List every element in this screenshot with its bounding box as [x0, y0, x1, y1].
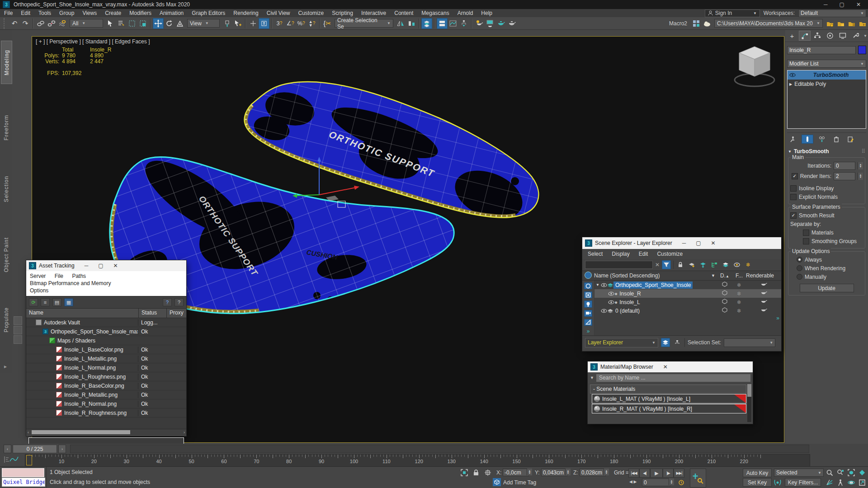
materials-checkbox[interactable]	[803, 230, 809, 236]
filter-cameras-icon[interactable]	[584, 310, 592, 317]
select-object-icon[interactable]	[105, 18, 116, 29]
when-rendering-radio[interactable]	[797, 265, 802, 271]
rectangular-selection-region-icon[interactable]	[127, 18, 137, 29]
unlink-selection-icon[interactable]	[46, 18, 57, 29]
select-and-manipulate-icon[interactable]	[259, 18, 269, 29]
bind-to-space-warp-icon[interactable]	[57, 18, 68, 29]
asset-row[interactable]: Insole_L_BaseColor.pngOk	[26, 345, 186, 354]
add-layer-icon[interactable]	[687, 260, 696, 269]
list-view-icon[interactable]: ≡	[41, 298, 50, 306]
set-key-filters-icon[interactable]	[773, 478, 783, 487]
x-coordinate-field[interactable]: -0,0cm	[503, 469, 529, 476]
add-key-button[interactable]	[690, 469, 706, 488]
minimize-button[interactable]: ─	[824, 1, 828, 8]
asset-row[interactable]: Insole_R_Normal.pngOk	[26, 399, 186, 408]
make-unique-icon[interactable]	[816, 135, 828, 144]
zoom-all-icon[interactable]	[835, 468, 845, 477]
layers-icon[interactable]	[721, 260, 730, 269]
remove-modifier-icon[interactable]	[830, 135, 842, 144]
x-spinner[interactable]: ▲▼	[527, 469, 532, 475]
menu-item-interactive[interactable]: Interactive	[357, 10, 390, 16]
viewport-layout-tab[interactable]	[14, 326, 22, 334]
y-spinner[interactable]: ▲▼	[565, 469, 571, 475]
smoothing-groups-checkbox[interactable]	[803, 238, 809, 244]
toggle-scene-explorer-icon[interactable]	[421, 18, 432, 29]
filter-funnel-icon[interactable]	[662, 260, 671, 269]
scene-row-layer[interactable]: 0 (default) ❄	[594, 306, 781, 315]
isolate-selection-icon[interactable]	[459, 468, 469, 477]
render-setup-icon[interactable]	[474, 18, 485, 29]
ribbon-tab-modeling[interactable]: Modeling	[1, 41, 12, 84]
scrollbar-thumb[interactable]	[32, 430, 130, 434]
select-and-scale-icon[interactable]	[175, 18, 185, 29]
help-icon[interactable]: ?	[163, 298, 172, 306]
maxscript-mini-listener-pink[interactable]	[2, 468, 44, 477]
frame-step-arrows[interactable]: ◀ ▶	[629, 479, 637, 484]
cloud-icon[interactable]	[702, 18, 712, 29]
macro-script-icon[interactable]	[691, 18, 702, 29]
menu-item-file[interactable]: File	[55, 272, 63, 280]
minimize-button[interactable]: ─	[682, 240, 686, 246]
horizontal-scrollbar[interactable]: ‹ ›	[26, 429, 186, 435]
time-tag-cube-icon[interactable]	[493, 478, 501, 486]
asset-row[interactable]: Insole_R_BaseColor.pngOk	[26, 381, 186, 390]
project-folder-gear-icon[interactable]	[825, 18, 835, 29]
spinner-snap-icon[interactable]: ▲▼?	[307, 18, 317, 29]
maximize-button[interactable]: ▢	[98, 263, 103, 269]
menu-item-edit[interactable]: Edit	[639, 251, 648, 257]
field-of-view-icon[interactable]	[825, 478, 835, 487]
ribbon-tab-freeform[interactable]: Freeform	[1, 110, 11, 145]
configure-modifier-sets-icon[interactable]	[845, 135, 857, 144]
menu-item-edit[interactable]: Edit	[17, 10, 34, 16]
ribbon-tab-selection[interactable]: Selection	[1, 171, 11, 206]
eye-icon[interactable]	[601, 308, 607, 314]
freeze-snowflake-icon[interactable]: ❄	[732, 299, 746, 305]
asset-tracking-title-bar[interactable]: 3 Asset Tracking ─ ▢ ✕	[26, 260, 186, 271]
modifier-list-dropdown[interactable]: Modifier List▼	[787, 60, 866, 68]
scene-row-layer[interactable]: ▼ Orthopedic_Sport_Shoe_Insole ❄	[594, 281, 781, 289]
menu-item-scripting[interactable]: Scripting	[328, 10, 357, 16]
strip-overflow-chevrons[interactable]: »	[587, 328, 590, 335]
menu-item-customize[interactable]: Customize	[294, 10, 328, 16]
ribbon-expand-arrow[interactable]: ▸	[0, 363, 12, 370]
search-input[interactable]	[585, 261, 653, 269]
scene-row-object[interactable]: ● Insole_R ❄	[594, 289, 781, 298]
undo-icon[interactable]: ↶	[9, 18, 20, 29]
selection-filter-dropdown[interactable]: All▼	[70, 19, 103, 28]
menu-item-bitmap-performance[interactable]: Bitmap Performance and Memory	[30, 280, 111, 287]
redo-icon[interactable]: ↷	[20, 18, 31, 29]
menu-item-modifiers[interactable]: Modifiers	[125, 10, 156, 16]
eye-icon[interactable]	[608, 300, 614, 305]
go-to-end-button[interactable]: ▶▶|	[674, 469, 684, 478]
scene-explorer-title-bar[interactable]: 3 Scene Explorer - Layer Explorer ─ ▢ ✕	[582, 237, 781, 249]
align-icon[interactable]	[406, 18, 417, 29]
menu-item-megascans[interactable]: Megascans	[417, 10, 453, 16]
key-filters-button[interactable]: Key Filters...	[785, 478, 821, 487]
isoline-display-checkbox[interactable]	[790, 185, 797, 192]
manually-radio[interactable]	[797, 274, 802, 280]
collapse-arrow-icon[interactable]: ▼	[594, 283, 601, 287]
freeze-snowflake-icon[interactable]: ❄	[732, 282, 746, 288]
select-and-rotate-icon[interactable]	[164, 18, 175, 29]
tab-motion[interactable]	[824, 31, 836, 41]
table-view-icon[interactable]: ▦	[64, 298, 73, 306]
frame-spinner[interactable]: ▲▼	[669, 479, 674, 485]
render-iters-spinner[interactable]: ▲▼	[858, 173, 863, 180]
previous-frame-button[interactable]: ‹	[4, 445, 11, 453]
time-slider-playhead[interactable]	[26, 455, 32, 465]
tab-modify[interactable]	[799, 31, 811, 41]
add-time-tag[interactable]: Add Time Tag	[503, 479, 536, 486]
scene-row-object[interactable]: ● Insole_L ❄	[594, 298, 781, 306]
named-selection-dropdown[interactable]: Create Selection Se▼	[335, 19, 393, 28]
tab-display[interactable]	[837, 31, 849, 41]
window-crossing-icon[interactable]	[137, 18, 148, 29]
renderable-teapot-icon[interactable]	[760, 299, 767, 304]
menu-item-group[interactable]: Group	[55, 10, 78, 16]
expand-arrow-icon[interactable]: ▶	[789, 82, 792, 86]
select-and-link-icon[interactable]	[35, 18, 46, 29]
walk-through-icon[interactable]	[835, 478, 845, 487]
eye-icon[interactable]	[608, 291, 614, 296]
project-folder-dropdown[interactable]: C:\Users\MAYA\Documents\3ds Max 2020▼	[714, 19, 823, 28]
render-iterative-icon[interactable]	[506, 18, 517, 29]
panel-overflow-arrow[interactable]: ▼	[863, 34, 867, 38]
